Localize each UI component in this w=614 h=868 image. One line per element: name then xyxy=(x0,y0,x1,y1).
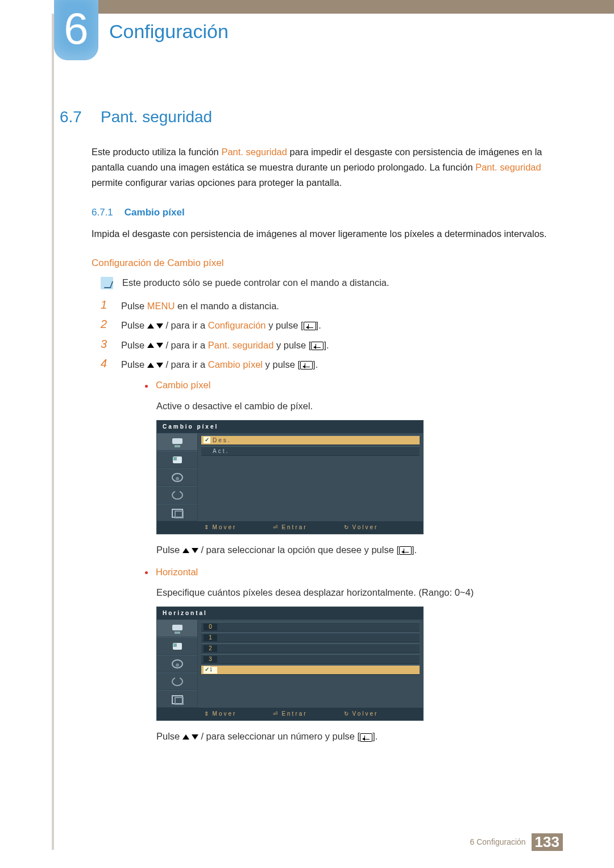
osd-side-icon xyxy=(171,624,184,634)
after-osd1-text: Pulse / para seleccionar la opción que d… xyxy=(156,542,566,557)
left-margin-rule xyxy=(52,14,54,850)
osd-side-icon xyxy=(171,455,184,465)
enter-icon xyxy=(304,322,316,330)
top-bar xyxy=(54,0,614,14)
osd-side-icon xyxy=(171,641,184,651)
subsection-title: Cambio píxel xyxy=(125,207,185,218)
osd-title: Cambio píxel xyxy=(157,421,423,433)
osd-sidebar xyxy=(157,433,198,521)
subsection-body: Impida el desgaste con persistencia de i… xyxy=(92,226,566,242)
osd-option-1[interactable]: 1 xyxy=(201,633,420,642)
enter-icon xyxy=(300,361,313,369)
osd-menu-cambio-pixel: Cambio píxel ✓Des. xyxy=(156,420,424,534)
section-title: Pant. seguridad xyxy=(101,108,212,126)
osd-side-icon xyxy=(171,659,184,669)
bullet-horizontal: Horizontal Especifique cuántos píxeles d… xyxy=(145,564,566,744)
note-text: Este producto sólo se puede controlar co… xyxy=(122,277,389,288)
bullet-cambio-pixel: Cambio píxel Active o desactive el cambi… xyxy=(145,377,566,557)
updown-icon xyxy=(182,547,198,554)
step-4: 4 Pulse / para ir a Cambio píxel y pulse… xyxy=(101,357,566,751)
osd-option-act[interactable]: Act. xyxy=(201,446,420,456)
osd-side-icon xyxy=(171,508,184,518)
chapter-number: 6 xyxy=(54,0,98,57)
osd-side-icon xyxy=(171,676,184,687)
osd-option-4[interactable]: ✓4 xyxy=(201,665,420,675)
enter-icon xyxy=(311,342,323,350)
section-intro: Este producto utiliza la función Pant. s… xyxy=(92,144,566,191)
step-1: 1 Pulse MENU en el mando a distancia. xyxy=(101,298,566,313)
subsection-heading: 6.7.1 Cambio píxel xyxy=(92,207,566,218)
osd-sidebar xyxy=(157,620,198,708)
updown-icon xyxy=(147,342,163,349)
enter-icon xyxy=(399,546,412,555)
osd-menu-horizontal: Horizontal 0 xyxy=(156,607,424,721)
page-footer: 6 Configuración 133 xyxy=(470,833,563,851)
footer-page-number: 133 xyxy=(532,833,563,851)
updown-icon xyxy=(147,323,163,330)
config-heading: Configuración de Cambio píxel xyxy=(92,258,566,269)
osd-option-2[interactable]: 2 xyxy=(201,643,420,653)
osd-title: Horizontal xyxy=(157,607,423,620)
osd-option-0[interactable]: 0 xyxy=(201,622,420,632)
chapter-tab: 6 xyxy=(54,0,98,60)
osd-option-3[interactable]: 3 xyxy=(201,654,420,664)
osd-side-icon xyxy=(171,437,184,447)
updown-icon xyxy=(147,362,163,369)
osd-side-icon xyxy=(171,472,184,483)
step-3: 3 Pulse / para ir a Pant. seguridad y pu… xyxy=(101,338,566,352)
note-icon xyxy=(101,277,113,289)
section-heading: 6.7 Pant. seguridad xyxy=(60,108,566,126)
osd-footer: ⇕Mover ⏎Entrar ↻Volver xyxy=(157,521,423,534)
osd-side-icon xyxy=(171,490,184,500)
steps-list: 1 Pulse MENU en el mando a distancia. 2 … xyxy=(101,298,566,751)
step-2: 2 Pulse / para ir a Configuración y puls… xyxy=(101,318,566,333)
bullet-icon xyxy=(145,571,148,574)
osd-option-des[interactable]: ✓Des. xyxy=(201,435,420,445)
footer-chapter-ref: 6 Configuración xyxy=(470,837,526,846)
section-number: 6.7 xyxy=(60,108,87,126)
osd-footer: ⇕Mover ⏎Entrar ↻Volver xyxy=(157,708,423,720)
after-osd2-text: Pulse / para seleccionar un número y pul… xyxy=(156,729,566,744)
chapter-title: Configuración xyxy=(109,20,229,43)
content: 6.7 Pant. seguridad Este producto utiliz… xyxy=(60,108,566,755)
osd-side-icon xyxy=(171,694,184,704)
enter-icon xyxy=(360,733,372,742)
subsection-number: 6.7.1 xyxy=(92,207,113,218)
bullet-icon xyxy=(145,385,148,388)
note-row: Este producto sólo se puede controlar co… xyxy=(101,277,566,289)
updown-icon xyxy=(182,734,198,741)
